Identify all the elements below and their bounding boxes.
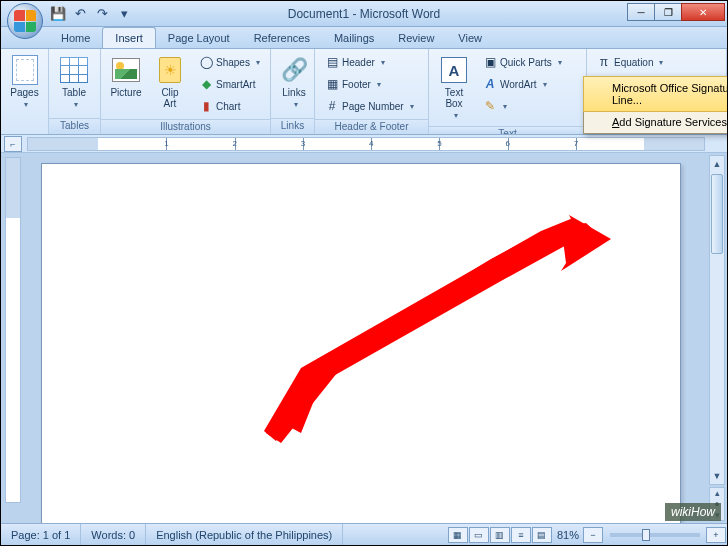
menu-ms-office-signature-line[interactable]: Microsoft Office Signature Line... [583, 76, 728, 112]
group-tables: Table Tables [49, 49, 101, 134]
links-button[interactable]: 🔗 Links [276, 52, 312, 112]
watermark: wikiHow [665, 503, 721, 521]
group-header-footer: ▤Header ▦Footer #Page Number Header & Fo… [315, 49, 429, 134]
table-button[interactable]: Table [54, 52, 94, 112]
footer-button[interactable]: ▦Footer [320, 74, 423, 94]
signature-line-dropdown: Microsoft Office Signature Line... Add S… [583, 76, 728, 134]
textbox-button[interactable]: A Text Box [434, 52, 474, 123]
view-outline[interactable]: ≡ [511, 527, 531, 543]
picture-button[interactable]: Picture [106, 52, 146, 101]
close-button[interactable]: ✕ [681, 3, 725, 21]
clipart-icon [155, 55, 185, 85]
clipart-label: Clip Art [161, 87, 178, 109]
textbox-icon: A [439, 55, 469, 85]
office-button[interactable] [7, 3, 43, 39]
tab-review[interactable]: Review [386, 28, 446, 48]
wordart-button[interactable]: AWordArt [478, 74, 567, 94]
save-icon[interactable]: 💾 [49, 5, 67, 23]
signature-line-button[interactable]: ✎ [478, 96, 567, 116]
pages-icon [10, 55, 40, 85]
redo-icon[interactable]: ↷ [93, 5, 111, 23]
quick-access-toolbar: 💾 ↶ ↷ ▾ [49, 5, 133, 23]
footer-label: Footer [342, 79, 371, 90]
group-label-tables: Tables [49, 118, 100, 134]
chart-label: Chart [216, 101, 240, 112]
textbox-label: Text Box [445, 87, 463, 109]
vertical-scrollbar[interactable]: ▲ ▼ [709, 155, 725, 485]
clipart-button[interactable]: Clip Art [150, 52, 190, 112]
document-page[interactable] [41, 163, 681, 523]
picture-icon [111, 55, 141, 85]
menu-add-signature-services[interactable]: Add Signature Services... [584, 111, 728, 133]
vertical-ruler[interactable] [5, 157, 21, 503]
maximize-button[interactable]: ❐ [654, 3, 682, 21]
footer-icon: ▦ [325, 77, 339, 91]
tab-references[interactable]: References [242, 28, 322, 48]
ruler-bar: ⌐ 1234567 [1, 135, 727, 153]
tab-insert[interactable]: Insert [102, 27, 156, 48]
quickparts-button[interactable]: ▣Quick Parts [478, 52, 567, 72]
view-web-layout[interactable]: ▥ [490, 527, 510, 543]
view-draft[interactable]: ▤ [532, 527, 552, 543]
page-number-button[interactable]: #Page Number [320, 96, 423, 116]
equation-button[interactable]: πEquation [592, 52, 668, 72]
tab-mailings[interactable]: Mailings [322, 28, 386, 48]
shapes-icon: ◯ [199, 55, 213, 69]
header-button[interactable]: ▤Header [320, 52, 423, 72]
smartart-label: SmartArt [216, 79, 255, 90]
view-print-layout[interactable]: ▦ [448, 527, 468, 543]
page-number-label: Page Number [342, 101, 404, 112]
tab-home[interactable]: Home [49, 28, 102, 48]
chart-button[interactable]: ▮Chart [194, 96, 265, 116]
group-label-illustrations: Illustrations [101, 119, 270, 134]
tab-selector[interactable]: ⌐ [4, 136, 22, 152]
title-bar: 💾 ↶ ↷ ▾ Document1 - Microsoft Word ─ ❐ ✕ [1, 1, 727, 27]
scroll-thumb[interactable] [711, 174, 723, 254]
header-label: Header [342, 57, 375, 68]
group-label-links: Links [271, 118, 314, 134]
qat-customize-icon[interactable]: ▾ [115, 5, 133, 23]
view-full-screen[interactable]: ▭ [469, 527, 489, 543]
wordart-icon: A [483, 77, 497, 91]
group-text: A Text Box ▣Quick Parts AWordArt ✎ Text [429, 49, 587, 134]
picture-label: Picture [110, 87, 141, 98]
scroll-up-icon[interactable]: ▲ [710, 156, 724, 172]
links-icon: 🔗 [279, 55, 309, 85]
zoom-level[interactable]: 81% [553, 524, 583, 545]
table-icon [59, 55, 89, 85]
group-label-header-footer: Header & Footer [315, 119, 428, 134]
smartart-icon: ◆ [199, 77, 213, 91]
ribbon-tabstrip: Home Insert Page Layout References Maili… [1, 27, 727, 49]
document-area: ▲ ▼ ▴ ● ▾ [1, 153, 727, 523]
shapes-button[interactable]: ◯Shapes [194, 52, 265, 72]
group-label-text: Text [429, 126, 586, 134]
group-links: 🔗 Links Links [271, 49, 315, 134]
prev-page-icon[interactable]: ▴ [710, 488, 724, 499]
quickparts-icon: ▣ [483, 55, 497, 69]
table-label: Table [62, 87, 86, 98]
minimize-button[interactable]: ─ [627, 3, 655, 21]
equation-icon: π [597, 55, 611, 69]
status-bar: Page: 1 of 1 Words: 0 English (Republic … [1, 523, 727, 545]
zoom-out-button[interactable]: − [583, 527, 603, 543]
zoom-in-button[interactable]: + [706, 527, 726, 543]
group-pages: Pages . [1, 49, 49, 134]
office-logo-icon [14, 10, 36, 32]
status-language[interactable]: English (Republic of the Philippines) [146, 524, 343, 545]
tab-view[interactable]: View [446, 28, 494, 48]
links-label: Links [282, 87, 305, 98]
header-icon: ▤ [325, 55, 339, 69]
status-words[interactable]: Words: 0 [81, 524, 146, 545]
tab-page-layout[interactable]: Page Layout [156, 28, 242, 48]
window-controls: ─ ❐ ✕ [628, 3, 725, 21]
equation-label: Equation [614, 57, 653, 68]
smartart-button[interactable]: ◆SmartArt [194, 74, 265, 94]
undo-icon[interactable]: ↶ [71, 5, 89, 23]
pages-button[interactable]: Pages [6, 52, 43, 112]
signature-icon: ✎ [483, 99, 497, 113]
group-illustrations: Picture Clip Art ◯Shapes ◆SmartArt ▮Char… [101, 49, 271, 134]
horizontal-ruler[interactable]: 1234567 [27, 137, 705, 151]
zoom-slider[interactable] [610, 533, 700, 537]
status-page[interactable]: Page: 1 of 1 [1, 524, 81, 545]
scroll-down-icon[interactable]: ▼ [710, 468, 724, 484]
